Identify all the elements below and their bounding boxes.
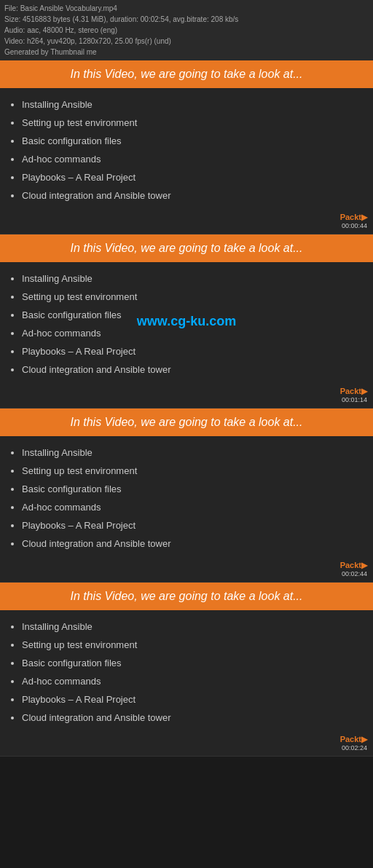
list-item: Playbooks – A Real Project [22, 168, 358, 186]
bullet-list-2: Installing AnsibleSetting up test enviro… [0, 262, 373, 386]
bullet-list-3: Installing AnsibleSetting up test enviro… [0, 436, 373, 560]
orange-banner-1: In this Video, we are going to take a lo… [0, 60, 373, 88]
list-item: Installing Ansible [22, 618, 358, 636]
list-item: Installing Ansible [22, 95, 358, 114]
list-item: Cloud integration and Ansible tower [22, 709, 358, 727]
time-text-3: 00:02:44 [342, 570, 367, 577]
list-item: Cloud integration and Ansible tower [22, 186, 358, 205]
packt-logo-1: Packt▶ [340, 213, 367, 222]
list-item: Basic configuration files [22, 480, 358, 498]
bullet-list-1: Installing AnsibleSetting up test enviro… [0, 88, 373, 212]
bullet-list-4: Installing AnsibleSetting up test enviro… [0, 610, 373, 734]
timestamp-2: Packt▶00:01:14 [340, 387, 367, 403]
timestamp-3: Packt▶00:02:44 [340, 561, 367, 577]
list-item: Ad-hoc commands [22, 672, 358, 690]
video-panel-4: In this Video, we are going to take a lo… [0, 583, 373, 757]
time-text-4: 00:02:24 [342, 744, 367, 751]
packt-logo-4: Packt▶ [340, 735, 367, 744]
list-item: Installing Ansible [22, 269, 358, 288]
timestamp-4: Packt▶00:02:24 [340, 735, 367, 751]
list-item: Setting up test environment [22, 114, 358, 132]
packt-logo-2: Packt▶ [340, 387, 367, 396]
file-info-line5: Generated by Thumbnail me [4, 47, 369, 58]
list-item: Setting up test environment [22, 462, 358, 480]
list-item: Playbooks – A Real Project [22, 516, 358, 534]
list-item: Installing Ansible [22, 443, 358, 462]
timestamp-1: Packt▶00:00:44 [340, 213, 367, 229]
list-item: Ad-hoc commands [22, 150, 358, 168]
file-info-line2: Size: 4516883 bytes (4.31 MiB), duration… [4, 14, 369, 25]
list-item: Basic configuration files [22, 654, 358, 672]
orange-banner-2: In this Video, we are going to take a lo… [0, 234, 373, 262]
list-item: Setting up test environment [22, 288, 358, 306]
file-info-bar: File: Basic Ansible Vocabulary.mp4 Size:… [0, 0, 373, 60]
list-item: Basic configuration files [22, 132, 358, 150]
orange-banner-4: In this Video, we are going to take a lo… [0, 583, 373, 610]
video-panel-1: In this Video, we are going to take a lo… [0, 60, 373, 234]
list-item: Ad-hoc commands [22, 324, 358, 342]
time-text-1: 00:00:44 [342, 222, 367, 229]
packt-logo-3: Packt▶ [340, 561, 367, 570]
list-item: Setting up test environment [22, 636, 358, 654]
video-panel-2: In this Video, we are going to take a lo… [0, 234, 373, 409]
list-item: Playbooks – A Real Project [22, 342, 358, 360]
list-item: Cloud integration and Ansible tower [22, 360, 358, 379]
orange-banner-3: In this Video, we are going to take a lo… [0, 409, 373, 436]
list-item: Playbooks – A Real Project [22, 690, 358, 709]
file-info-line3: Audio: aac, 48000 Hz, stereo (eng) [4, 25, 369, 36]
list-item: Basic configuration files [22, 306, 358, 324]
time-text-2: 00:01:14 [342, 396, 367, 403]
list-item: Ad-hoc commands [22, 498, 358, 516]
list-item: Cloud integration and Ansible tower [22, 534, 358, 553]
file-info-line1: File: Basic Ansible Vocabulary.mp4 [4, 3, 369, 14]
file-info-line4: Video: h264, yuv420p, 1280x720, 25.00 fp… [4, 36, 369, 47]
video-panel-3: In this Video, we are going to take a lo… [0, 409, 373, 583]
